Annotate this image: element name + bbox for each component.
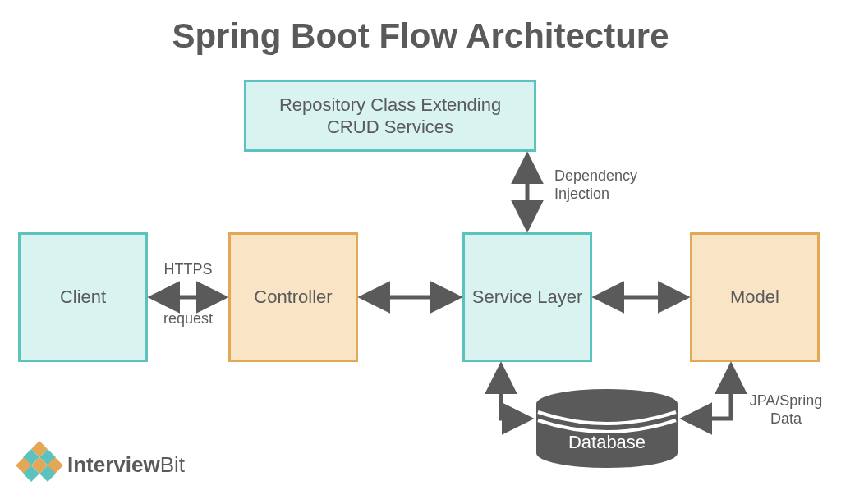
arrow-model-database bbox=[685, 367, 731, 419]
dependency-injection-label: Dependency Injection bbox=[554, 167, 661, 203]
client-label: Client bbox=[60, 286, 106, 309]
repository-label: Repository Class Extending CRUD Services bbox=[253, 94, 527, 139]
service-layer-box: Service Layer bbox=[462, 232, 592, 362]
client-box: Client bbox=[18, 232, 148, 362]
diagram-title: Spring Boot Flow Architecture bbox=[0, 16, 841, 56]
controller-label: Controller bbox=[254, 286, 332, 309]
controller-box: Controller bbox=[228, 232, 358, 362]
brand-logo-icon bbox=[18, 443, 61, 486]
brand-name: InterviewBit bbox=[67, 452, 185, 478]
jpa-label: JPA/Spring Data bbox=[745, 392, 827, 428]
brand: InterviewBit bbox=[18, 443, 185, 486]
model-box: Model bbox=[690, 232, 820, 362]
request-label: request bbox=[154, 310, 222, 328]
https-label: HTTPS bbox=[154, 261, 222, 279]
database-cylinder: Database bbox=[534, 389, 680, 468]
repository-box: Repository Class Extending CRUD Services bbox=[244, 80, 536, 152]
model-label: Model bbox=[730, 286, 779, 309]
brand-name-thin: Bit bbox=[160, 452, 185, 477]
service-label: Service Layer bbox=[472, 286, 583, 309]
brand-name-bold: Interview bbox=[67, 452, 160, 477]
database-label: Database bbox=[534, 432, 680, 453]
arrow-service-database bbox=[501, 367, 529, 419]
